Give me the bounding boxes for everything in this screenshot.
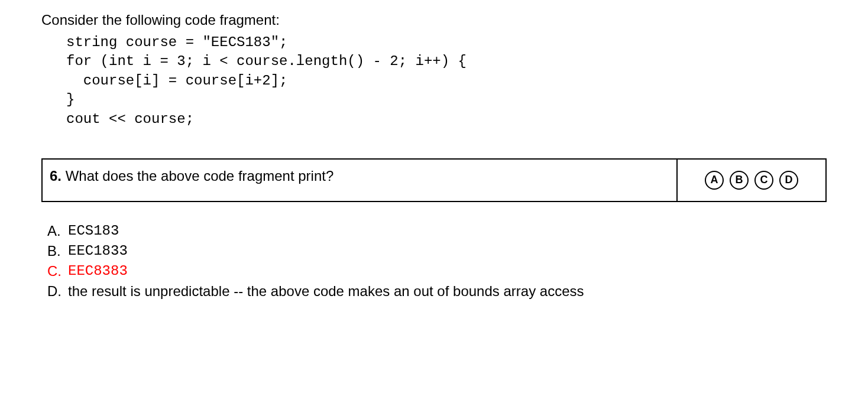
- option-letter: D.: [47, 283, 68, 300]
- bubble-d[interactable]: D: [779, 171, 798, 190]
- question-cell: 6. What does the above code fragment pri…: [43, 160, 678, 201]
- question-text: What does the above code fragment print?: [66, 168, 334, 184]
- option-b: B. EEC1833: [47, 243, 827, 259]
- bubble-a[interactable]: A: [705, 171, 724, 190]
- option-text: EEC8383: [68, 263, 128, 280]
- intro-text: Consider the following code fragment:: [41, 12, 827, 28]
- question-number: 6.: [50, 168, 61, 184]
- option-letter: A.: [47, 223, 68, 239]
- bubble-b[interactable]: B: [730, 171, 749, 190]
- answer-bubbles: A B C D: [678, 160, 825, 201]
- option-a: A. ECS183: [47, 223, 827, 239]
- option-text: ECS183: [68, 223, 119, 239]
- option-letter: B.: [47, 243, 68, 259]
- code-fragment: string course = "EECS183"; for (int i = …: [66, 33, 827, 129]
- options-list: A. ECS183 B. EEC1833 C. EEC8383 D. the r…: [47, 223, 827, 300]
- option-text: the result is unpredictable -- the above…: [68, 283, 584, 300]
- bubble-c[interactable]: C: [754, 171, 773, 190]
- option-d: D. the result is unpredictable -- the ab…: [47, 283, 827, 300]
- option-text: EEC1833: [68, 243, 128, 259]
- question-box: 6. What does the above code fragment pri…: [41, 158, 827, 202]
- option-c: C. EEC8383: [47, 263, 827, 280]
- option-letter: C.: [47, 263, 68, 280]
